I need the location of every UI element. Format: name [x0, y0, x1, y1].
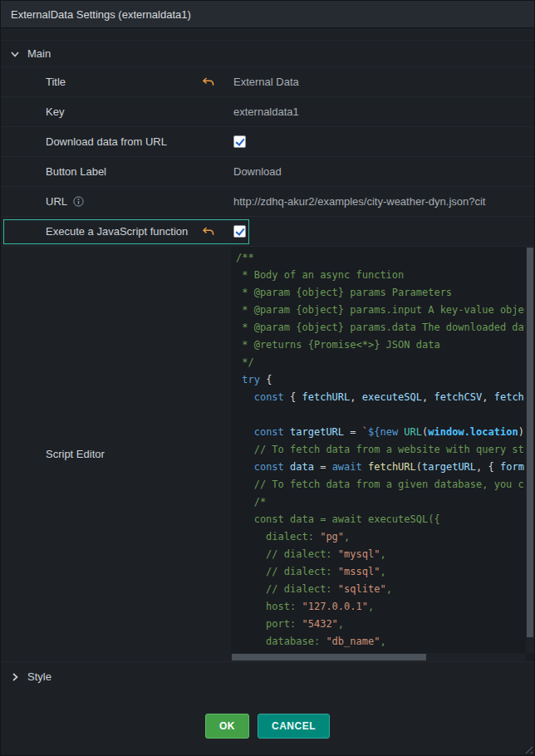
- execute-js-label-cell: Execute a JavaScript function: [1, 217, 231, 246]
- dialog-titlebar: ExternalData Settings (externaldata1): [1, 1, 534, 28]
- section-header-main[interactable]: Main: [1, 40, 534, 66]
- row-script-editor: Script Editor /** * Body of an async fun…: [1, 246, 534, 661]
- button-label-value-field[interactable]: Download: [231, 157, 534, 186]
- title-value: External Data: [233, 76, 299, 88]
- url-field-label: URL: [46, 195, 67, 208]
- cancel-button[interactable]: CANCEL: [258, 714, 330, 739]
- undo-icon[interactable]: [202, 77, 214, 86]
- code-line: const data = await executeSQL({: [236, 511, 525, 528]
- dialog-title: ExternalData Settings (externaldata1): [11, 8, 191, 21]
- code-line: database: "db_name",: [236, 633, 525, 650]
- vertical-scrollbar-thumb[interactable]: [527, 248, 533, 637]
- dialog-footer: OK CANCEL: [1, 691, 534, 756]
- editor-horizontal-scrollbar[interactable]: [231, 653, 526, 661]
- code-line: // To fetch data from a website with que…: [236, 441, 525, 459]
- download-label-cell: Download data from URL: [1, 127, 231, 156]
- code-line: * @param {object} params.data The downlo…: [236, 319, 525, 336]
- code-line: // dialect: "mysql",: [236, 546, 525, 563]
- row-download-from-url: Download data from URL: [1, 126, 534, 156]
- script-editor-label-cell: Script Editor: [1, 247, 231, 661]
- script-editor-code[interactable]: /** * Body of an async function * @param…: [236, 249, 525, 652]
- button-label-label-cell: Button Label: [1, 157, 231, 186]
- download-from-url-checkbox[interactable]: [233, 135, 246, 148]
- undo-icon[interactable]: [202, 227, 214, 236]
- row-execute-js: Execute a JavaScript function: [1, 216, 534, 246]
- code-line: const data = await fetchURL(targetURL, {…: [236, 459, 525, 476]
- code-line: // dialect: "sqlite",: [236, 581, 525, 598]
- code-line: const { fetchURL, executeSQL, fetchCSV, …: [236, 389, 525, 406]
- url-value: http://zdhq-akur2/examples/city-weather-…: [233, 195, 485, 208]
- editor-vertical-scrollbar[interactable]: [526, 247, 534, 653]
- execute-js-checkbox[interactable]: [233, 225, 246, 238]
- title-label-cell: Title: [1, 67, 231, 96]
- row-button-label: Button Label Download: [1, 156, 534, 186]
- section-header-style[interactable]: Style: [1, 661, 534, 691]
- key-field-label: Key: [46, 106, 64, 118]
- download-value-cell: [231, 127, 534, 156]
- code-line: * Body of an async function: [236, 267, 525, 284]
- section-style-label: Style: [27, 670, 52, 683]
- code-line: try {: [236, 371, 525, 389]
- ok-button[interactable]: OK: [205, 714, 249, 739]
- section-main-label: Main: [27, 47, 51, 60]
- code-line: */: [236, 354, 525, 371]
- code-line: * @param {object} params.input A key-val…: [236, 302, 525, 319]
- row-key: Key externaldata1: [1, 96, 534, 126]
- button-label-field-label: Button Label: [46, 165, 106, 178]
- code-line: /*: [236, 493, 525, 511]
- code-line: port: "5432",: [236, 616, 525, 633]
- title-value-field[interactable]: External Data: [231, 67, 534, 96]
- row-url: URL http://zdhq-akur2/examples/city-weat…: [1, 186, 534, 216]
- key-label-cell: Key: [1, 97, 231, 126]
- script-editor-field-label: Script Editor: [46, 448, 105, 460]
- url-label-cell: URL: [1, 187, 231, 216]
- externaldata-settings-dialog: ExternalData Settings (externaldata1) Ma…: [0, 0, 535, 756]
- code-line: dialect: "pg",: [236, 528, 525, 546]
- button-label-value: Download: [233, 165, 282, 178]
- code-line: /**: [236, 249, 525, 267]
- code-line: host: "127.0.0.1",: [236, 598, 525, 616]
- code-line: const targetURL = `${new URL(window.loca…: [236, 424, 525, 441]
- download-field-label: Download data from URL: [46, 135, 167, 148]
- code-line: // To fetch data from a given database, …: [236, 476, 525, 493]
- chevron-right-icon: [9, 671, 21, 683]
- execute-js-value-cell: [231, 217, 534, 246]
- title-field-label: Title: [46, 76, 66, 88]
- script-editor[interactable]: /** * Body of an async function * @param…: [231, 247, 534, 661]
- row-title: Title External Data: [1, 66, 534, 96]
- code-line: * @param {object} params Parameters: [236, 284, 525, 302]
- key-value: externaldata1: [233, 106, 299, 118]
- chevron-down-icon: [9, 48, 21, 60]
- code-line: // dialect: "mssql",: [236, 563, 525, 581]
- code-line: * @returns {Promise<*>} JSON data: [236, 336, 525, 354]
- info-icon[interactable]: [73, 196, 84, 207]
- execute-js-field-label: Execute a JavaScript function: [46, 225, 188, 238]
- key-value-field[interactable]: externaldata1: [231, 97, 534, 126]
- url-value-field[interactable]: http://zdhq-akur2/examples/city-weather-…: [231, 187, 534, 216]
- code-line: [236, 406, 525, 424]
- horizontal-scrollbar-thumb[interactable]: [232, 654, 426, 660]
